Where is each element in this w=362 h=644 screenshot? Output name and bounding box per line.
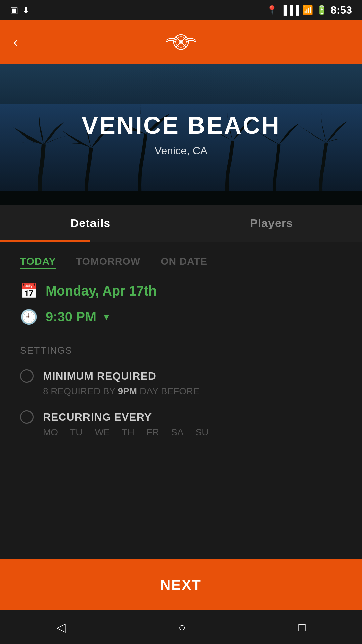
location-icon: 📍	[266, 5, 277, 15]
signal-icon: ▐▐▐	[281, 5, 299, 15]
wifi-icon: 📶	[302, 5, 313, 15]
time-dropdown-arrow[interactable]: ▼	[102, 312, 111, 322]
back-nav-icon[interactable]: ◁	[56, 620, 66, 634]
date-option-on-date[interactable]: ON DATE	[161, 256, 207, 269]
date-option-tomorrow[interactable]: TOMORROW	[76, 256, 140, 269]
day-su[interactable]: SU	[196, 427, 209, 438]
setting-minimum-required-label: MINIMUM REQUIRED	[43, 370, 156, 382]
setting-minimum-required-header: MINIMUM REQUIRED	[20, 369, 342, 383]
date-option-today[interactable]: TODAY	[20, 256, 56, 269]
hero-subtitle: Venice, CA	[155, 145, 207, 157]
status-bar: ▣ ⬇ 📍 ▐▐▐ 📶 🔋 8:53	[0, 0, 362, 20]
tab-players[interactable]: Players	[181, 205, 362, 242]
hero-section: VENICE BEACH Venice, CA	[0, 64, 362, 205]
day-mo[interactable]: MO	[43, 427, 58, 438]
days-row: MO TU WE TH FR SA SU	[20, 427, 342, 438]
status-right: 📍 ▐▐▐ 📶 🔋 8:53	[266, 4, 352, 16]
clock-icon: 🕘	[20, 309, 38, 325]
tab-details[interactable]: Details	[0, 205, 181, 242]
calendar-icon: 📅	[20, 283, 38, 299]
app-header: ‹	[0, 20, 362, 64]
radio-minimum-required[interactable]	[20, 369, 34, 383]
date-selector: TODAY TOMORROW ON DATE	[20, 256, 342, 269]
day-sa[interactable]: SA	[171, 427, 183, 438]
selected-date[interactable]: Monday, Apr 17th	[46, 283, 157, 299]
time-value: 9:30 PM	[46, 309, 96, 324]
status-icons: ▣ ⬇	[10, 5, 30, 15]
battery-icon: 🔋	[316, 5, 327, 15]
selected-date-row: 📅 Monday, Apr 17th	[20, 283, 342, 299]
setting-recurring-every-header: RECURRING EVERY	[20, 410, 342, 424]
setting-recurring-every: RECURRING EVERY MO TU WE TH FR SA SU	[20, 410, 342, 438]
setting-minimum-required-desc: 8 REQUIRED BY 9PM DAY BEFORE	[20, 386, 342, 397]
tabs-bar: Details Players	[0, 205, 362, 242]
download-icon: ⬇	[22, 5, 30, 15]
notification-icon: ▣	[10, 5, 18, 15]
day-fr[interactable]: FR	[146, 427, 159, 438]
hero-title: VENICE BEACH	[82, 112, 280, 139]
selected-time[interactable]: 9:30 PM ▼	[46, 309, 111, 324]
day-we[interactable]: WE	[95, 427, 110, 438]
settings-label: SETTINGS	[20, 345, 342, 356]
svg-point-6	[179, 40, 183, 44]
next-button[interactable]: NEXT	[0, 559, 362, 610]
day-th[interactable]: TH	[122, 427, 134, 438]
svg-rect-8	[0, 191, 362, 205]
content-area: TODAY TOMORROW ON DATE 📅 Monday, Apr 17t…	[0, 242, 362, 559]
setting-recurring-every-label: RECURRING EVERY	[43, 411, 152, 423]
status-time: 8:53	[330, 4, 352, 16]
day-tu[interactable]: TU	[70, 427, 82, 438]
nav-bar: ◁ ○ □	[0, 610, 362, 644]
selected-time-row: 🕘 9:30 PM ▼	[20, 309, 342, 325]
back-button[interactable]: ‹	[13, 35, 18, 49]
app-logo	[164, 25, 198, 59]
recents-nav-icon[interactable]: □	[298, 620, 306, 634]
home-nav-icon[interactable]: ○	[178, 620, 186, 634]
setting-minimum-required: MINIMUM REQUIRED 8 REQUIRED BY 9PM DAY B…	[20, 369, 342, 397]
radio-recurring-every[interactable]	[20, 410, 34, 424]
